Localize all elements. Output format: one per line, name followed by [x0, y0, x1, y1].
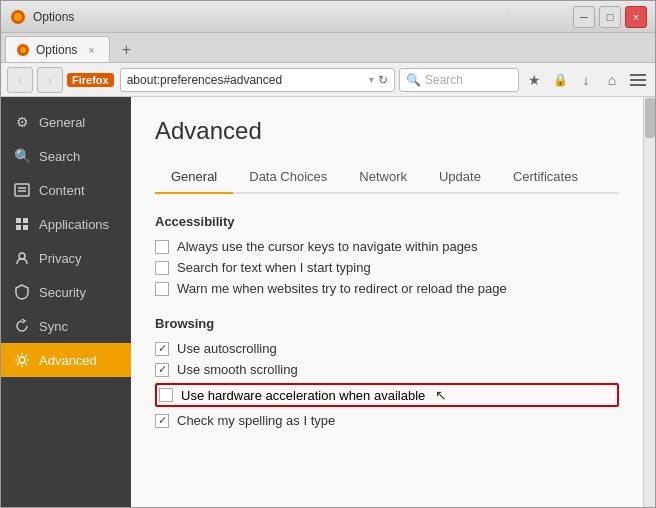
url-bar[interactable]: about:preferences#advanced ▾ ↻ — [120, 68, 395, 92]
window-title: Options — [33, 10, 573, 24]
window-controls: ─ □ × — [573, 6, 647, 28]
tab-label: Options — [36, 43, 77, 57]
sidebar-label-sync: Sync — [39, 319, 68, 334]
accessibility-title: Accessibility — [155, 214, 619, 229]
browsing-item-2-wrapper: Use hardware acceleration when available… — [155, 383, 619, 407]
browsing-label-3: Check my spelling as I type — [177, 413, 335, 428]
sub-tab-network[interactable]: Network — [343, 161, 423, 194]
new-tab-button[interactable]: + — [114, 38, 138, 62]
content-area: Advanced General Data Choices Network Up… — [131, 97, 643, 507]
sync-icon — [13, 317, 31, 335]
menu-line-2 — [630, 79, 646, 81]
svg-rect-4 — [15, 184, 29, 196]
browsing-title: Browsing — [155, 316, 619, 331]
firefox-badge: Firefox — [67, 73, 114, 87]
menu-button[interactable] — [627, 69, 649, 91]
sidebar-item-sync[interactable]: Sync — [1, 309, 131, 343]
applications-icon — [13, 215, 31, 233]
accessibility-checkbox-1[interactable] — [155, 261, 169, 275]
close-button[interactable]: × — [625, 6, 647, 28]
accessibility-checkbox-0[interactable] — [155, 240, 169, 254]
sidebar-item-search[interactable]: 🔍 Search — [1, 139, 131, 173]
sidebar-label-content: Content — [39, 183, 85, 198]
refresh-button[interactable]: ↻ — [378, 73, 388, 87]
privacy-icon — [13, 249, 31, 267]
accessibility-section: Accessibility Always use the cursor keys… — [155, 214, 619, 296]
search-icon: 🔍 — [13, 147, 31, 165]
sub-tab-update[interactable]: Update — [423, 161, 497, 194]
browsing-label-2: Use hardware acceleration when available — [181, 388, 425, 403]
browsing-item-0: Use autoscrolling — [155, 341, 619, 356]
nav-icons: ★ 🔒 ↓ ⌂ — [523, 69, 649, 91]
forward-button[interactable]: › — [37, 67, 63, 93]
sub-tab-certificates[interactable]: Certificates — [497, 161, 594, 194]
sidebar-item-privacy[interactable]: Privacy — [1, 241, 131, 275]
download-icon[interactable]: ↓ — [575, 69, 597, 91]
scrollbar[interactable] — [643, 97, 655, 507]
tab-close-button[interactable]: × — [83, 42, 99, 58]
page-title: Advanced — [155, 117, 619, 145]
sidebar-item-content[interactable]: Content — [1, 173, 131, 207]
sub-tab-data-choices[interactable]: Data Choices — [233, 161, 343, 194]
content-icon — [13, 181, 31, 199]
sidebar-item-advanced[interactable]: Advanced — [1, 343, 131, 377]
accessibility-label-1: Search for text when I start typing — [177, 260, 371, 275]
options-tab[interactable]: Options × — [5, 36, 110, 62]
advanced-icon — [13, 351, 31, 369]
browsing-label-0: Use autoscrolling — [177, 341, 277, 356]
browsing-item-3: Check my spelling as I type — [155, 413, 619, 428]
scroll-thumb[interactable] — [645, 98, 655, 138]
sidebar-item-general[interactable]: ⚙ General — [1, 105, 131, 139]
sidebar-item-applications[interactable]: Applications — [1, 207, 131, 241]
svg-point-3 — [20, 47, 26, 53]
page-content: Advanced General Data Choices Network Up… — [131, 97, 643, 507]
back-button[interactable]: ‹ — [7, 67, 33, 93]
browsing-checkbox-0[interactable] — [155, 342, 169, 356]
search-bar[interactable]: 🔍 Search — [399, 68, 519, 92]
accessibility-item-0: Always use the cursor keys to navigate w… — [155, 239, 619, 254]
browsing-checkbox-3[interactable] — [155, 414, 169, 428]
search-icon: 🔍 — [406, 73, 421, 87]
cursor-icon: ↖ — [435, 387, 447, 403]
lock-icon: 🔒 — [549, 69, 571, 91]
menu-line-1 — [630, 74, 646, 76]
tab-icon — [16, 43, 30, 57]
tab-bar: Options × + — [1, 33, 655, 63]
browsing-item-1: Use smooth scrolling — [155, 362, 619, 377]
url-text: about:preferences#advanced — [127, 73, 365, 87]
sidebar: ⚙ General 🔍 Search Content Applications — [1, 97, 131, 507]
sidebar-label-applications: Applications — [39, 217, 109, 232]
accessibility-item-1: Search for text when I start typing — [155, 260, 619, 275]
sidebar-label-advanced: Advanced — [39, 353, 97, 368]
sidebar-label-general: General — [39, 115, 85, 130]
browser-window: Options ─ □ × Options × + ‹ › Firefox ab… — [0, 0, 656, 508]
navigation-bar: ‹ › Firefox about:preferences#advanced ▾… — [1, 63, 655, 97]
maximize-button[interactable]: □ — [599, 6, 621, 28]
minimize-button[interactable]: ─ — [573, 6, 595, 28]
accessibility-label-0: Always use the cursor keys to navigate w… — [177, 239, 478, 254]
security-icon — [13, 283, 31, 301]
bookmark-icon[interactable]: ★ — [523, 69, 545, 91]
accessibility-item-2: Warn me when websites try to redirect or… — [155, 281, 619, 296]
sidebar-item-security[interactable]: Security — [1, 275, 131, 309]
sub-tabs: General Data Choices Network Update Cert… — [155, 161, 619, 194]
sidebar-label-privacy: Privacy — [39, 251, 82, 266]
search-placeholder: Search — [425, 73, 463, 87]
title-bar: Options ─ □ × — [1, 1, 655, 33]
home-icon[interactable]: ⌂ — [601, 69, 623, 91]
sub-tab-general[interactable]: General — [155, 161, 233, 194]
svg-point-8 — [19, 357, 25, 363]
main-content: ⚙ General 🔍 Search Content Applications — [1, 97, 655, 507]
window-icon — [9, 8, 27, 26]
browsing-item-highlighted: Use hardware acceleration when available… — [155, 383, 619, 407]
sidebar-label-search: Search — [39, 149, 80, 164]
browsing-checkbox-2[interactable] — [159, 388, 173, 402]
accessibility-label-2: Warn me when websites try to redirect or… — [177, 281, 507, 296]
svg-point-7 — [19, 253, 25, 259]
menu-line-3 — [630, 84, 646, 86]
accessibility-checkbox-2[interactable] — [155, 282, 169, 296]
browsing-checkbox-1[interactable] — [155, 363, 169, 377]
browsing-label-1: Use smooth scrolling — [177, 362, 298, 377]
general-icon: ⚙ — [13, 113, 31, 131]
url-dropdown-icon[interactable]: ▾ — [369, 74, 374, 85]
